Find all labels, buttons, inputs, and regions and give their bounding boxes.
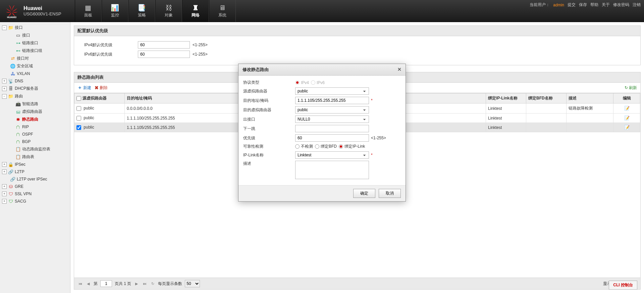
radio-bfd[interactable]: 绑定BFD — [315, 144, 337, 149]
link-help[interactable]: 帮助 — [590, 2, 598, 8]
row-checkbox[interactable] — [76, 125, 81, 130]
ipv4-priority-range: <1-255> — [193, 43, 208, 47]
sidebar-ipsec[interactable]: +🔒IPSec — [0, 161, 70, 168]
sidebar-smartroute[interactable]: 📠智能选路 — [0, 100, 70, 108]
sidebar-l2tpipsec[interactable]: 🔗L2TP over IPSec — [0, 175, 70, 183]
sidebar-l2tp[interactable]: +🔗L2TP — [0, 168, 70, 175]
link-changepw[interactable]: 修改密码 — [613, 2, 629, 8]
desc-label: 描述 — [243, 161, 295, 166]
radio-iplink[interactable]: 绑定IP-Link — [339, 144, 365, 149]
pager-prev[interactable]: ◀ — [86, 281, 91, 286]
pager-first[interactable]: ⏮ — [77, 281, 83, 286]
ipv6-priority-input[interactable] — [138, 51, 190, 58]
sidebar-rip[interactable]: ⛫RIP — [0, 123, 70, 131]
pager-size-select[interactable]: 50 — [185, 280, 200, 287]
sidebar-seczone[interactable]: 🌐安全区域 — [0, 62, 70, 70]
nav-network[interactable]: ♜网络 — [182, 0, 209, 22]
dst-vr-select[interactable]: public — [295, 106, 369, 114]
modal-close-button[interactable]: ✕ — [397, 67, 401, 73]
row-checkbox[interactable] — [76, 116, 81, 121]
sidebar-vxlan[interactable]: 🖧VXLAN — [0, 70, 70, 77]
sidebar-ospf[interactable]: ⛫OSPF — [0, 131, 70, 138]
refresh-button[interactable]: ↻刷新 — [625, 85, 637, 91]
priority-input[interactable] — [295, 134, 369, 142]
protocol-label: 协议类型 — [243, 80, 295, 85]
sidebar-staticroute[interactable]: ⛯静态路由 — [0, 116, 70, 123]
ipsec-icon: 🔒 — [8, 162, 13, 167]
sidebar-bgp[interactable]: ⛫BGP — [0, 138, 70, 145]
select-all-checkbox[interactable] — [76, 96, 81, 101]
nexthop-input[interactable] — [295, 125, 369, 132]
expand-icon[interactable]: + — [2, 199, 7, 204]
nav-policy[interactable]: 📑策略 — [128, 0, 155, 22]
nav-object[interactable]: ⛓对象 — [155, 0, 182, 22]
link-save[interactable]: 保存 — [579, 2, 587, 8]
radio-none[interactable]: 不检测 — [295, 144, 313, 149]
plus-icon: ＋ — [77, 85, 82, 91]
desc-textarea[interactable] — [295, 161, 369, 179]
radio-ipv4[interactable]: IPv4 — [295, 80, 309, 85]
sidebar-vrouter[interactable]: 🖴虚拟路由器 — [0, 108, 70, 116]
sidebar-linkif[interactable]: ⊶链路接口 — [0, 39, 70, 47]
pager-page-input[interactable] — [100, 280, 112, 287]
link-icon: ⊶ — [15, 41, 21, 46]
sidebar-ifpair[interactable]: ⇄接口对 — [0, 55, 70, 62]
brand: Huawei USG6000V1-ENSP — [23, 5, 75, 16]
radio-icon — [311, 80, 315, 85]
ok-button[interactable]: 确定 — [353, 189, 375, 198]
network-icon: ♜ — [192, 4, 200, 12]
add-button[interactable]: ＋新建 — [77, 85, 91, 91]
current-user-label: 当前用户： — [530, 2, 550, 8]
link-logout[interactable]: 注销 — [633, 2, 641, 8]
sidebar-gre[interactable]: +⛁GRE — [0, 183, 70, 190]
nav-system[interactable]: 🖥系统 — [209, 0, 236, 22]
sidebar-dynmon[interactable]: 📋动态路由监控表 — [0, 145, 70, 153]
radio-ipv6[interactable]: IPv6 — [311, 80, 325, 85]
dest-input[interactable] — [295, 97, 369, 104]
col-desc: 描述 — [567, 93, 613, 103]
outif-select[interactable]: NULL0 — [295, 116, 369, 123]
sidebar-sslvpn[interactable]: +🛡SSL VPN — [0, 190, 70, 198]
priority-panel: 配置默认优先级 IPv4默认优先级 <1-255> IPv6默认优先级 <1-2… — [74, 25, 641, 65]
collapse-icon[interactable]: − — [2, 94, 7, 99]
sidebar-interface[interactable]: ▭接口 — [0, 31, 70, 39]
brand-model: USG6000V1-ENSP — [23, 11, 61, 16]
pager-last[interactable]: ⏭ — [142, 281, 147, 286]
sidebar-interface-group[interactable]: −📁接口 — [0, 24, 70, 31]
required-mark: * — [371, 98, 373, 103]
sidebar-dns[interactable]: +📡DNS — [0, 77, 70, 85]
expand-icon[interactable]: + — [2, 79, 7, 83]
expand-icon[interactable]: + — [2, 86, 7, 91]
iplink-select[interactable]: Linktest — [295, 151, 369, 159]
link-about[interactable]: 关于 — [602, 2, 610, 8]
delete-button[interactable]: ✖删除 — [95, 85, 108, 91]
row-checkbox[interactable] — [76, 106, 81, 111]
l2tpipsec-icon: 🔗 — [10, 176, 15, 182]
expand-icon[interactable]: + — [2, 162, 7, 167]
expand-icon[interactable]: + — [2, 192, 7, 196]
pager-next[interactable]: ▶ — [134, 281, 139, 286]
expand-icon[interactable]: + — [2, 184, 7, 189]
sidebar-dhcp[interactable]: +🗄DHCP服务器 — [0, 85, 70, 92]
pager-refresh[interactable]: ↻ — [150, 281, 155, 286]
sidebar-sacg[interactable]: +🛡SACG — [0, 198, 70, 205]
folder-icon: 📁 — [8, 25, 13, 30]
src-vr-select[interactable]: public — [295, 87, 369, 95]
cancel-button[interactable]: 取消 — [379, 189, 401, 198]
priority-panel-title: 配置默认优先级 — [74, 26, 640, 36]
nav-monitor[interactable]: 📊监控 — [102, 0, 128, 22]
sslvpn-icon: 🛡 — [8, 191, 13, 197]
expand-icon[interactable]: + — [2, 169, 7, 174]
sidebar-route[interactable]: −📁路由 — [0, 92, 70, 100]
ipv4-priority-input[interactable] — [138, 41, 190, 49]
collapse-icon[interactable]: − — [2, 25, 7, 30]
sidebar-linkifgrp[interactable]: ⊷链路接口组 — [0, 47, 70, 55]
cli-console-button[interactable]: CLI 控制台 — [609, 281, 637, 290]
edit-icon[interactable]: 📝 — [624, 106, 630, 111]
nav-dashboard[interactable]: ▦面板 — [75, 0, 102, 22]
edit-icon[interactable]: 📝 — [624, 116, 630, 121]
edit-icon[interactable]: 📝 — [624, 125, 630, 130]
ifpair-icon: ⇄ — [10, 56, 15, 61]
link-commit[interactable]: 提交 — [568, 2, 576, 8]
sidebar-routetable[interactable]: 📋路由表 — [0, 153, 70, 161]
